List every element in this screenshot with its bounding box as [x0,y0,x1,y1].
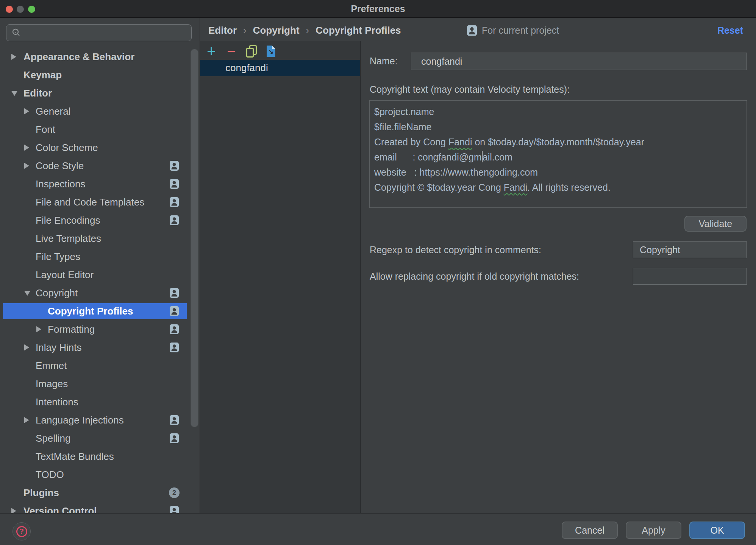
sidebar-item-todo[interactable]: TODO [0,466,200,484]
sidebar-item-label: File Encodings [36,211,100,229]
sidebar-item-label: Live Templates [36,229,101,248]
chevron-right-icon[interactable] [24,108,29,114]
per-project-settings-icon [170,433,179,444]
settings-tree: Appearance & BehaviorKeymapEditorGeneral… [0,48,200,513]
sidebar-item-images[interactable]: Images [0,375,200,393]
svg-text:↘: ↘ [268,48,273,56]
sidebar-item-label: General [36,102,71,120]
preferences-window: Preferences Appearance & BehaviorKeymapE… [0,0,756,545]
sidebar-item-keymap[interactable]: Keymap [0,66,200,84]
chevron-right-icon[interactable] [36,326,41,332]
sidebar-item-language-injections[interactable]: Language Injections [0,411,200,429]
chevron-right-icon[interactable] [24,163,29,169]
sidebar-item-textmate-bundles[interactable]: TextMate Bundles [0,447,200,466]
sidebar-item-label: Layout Editor [36,266,94,284]
sidebar-item-label: TODO [36,466,64,484]
profile-list-item[interactable]: congfandi [200,60,360,76]
apply-button[interactable]: Apply [626,522,681,539]
sidebar-item-inlay-hints[interactable]: Inlay Hints [0,338,200,357]
count-badge: 2 [169,487,180,498]
sidebar-item-plugins[interactable]: Plugins2 [0,484,200,502]
remove-profile-button[interactable]: − [225,44,237,59]
sidebar-item-copyright[interactable]: Copyright [0,284,200,302]
copyright-text-editor[interactable]: $project.name$file.fileNameCreated by Co… [369,100,747,208]
chevron-down-icon[interactable] [24,291,30,296]
sidebar-item-layout-editor[interactable]: Layout Editor [0,266,200,284]
chevron-right-icon[interactable] [24,344,29,350]
sidebar-item-editor[interactable]: Editor [0,84,200,102]
sidebar-item-copyright-profiles[interactable]: Copyright Profiles [0,302,200,320]
sidebar-item-appearance-behavior[interactable]: Appearance & Behavior [0,48,200,66]
sidebar-item-file-encodings[interactable]: File Encodings [0,211,200,229]
sidebar-item-version-control[interactable]: Version Control [0,502,200,513]
import-icon: ↘ [266,45,276,58]
chevron-right-icon[interactable] [11,54,16,60]
help-icon: ? [16,526,27,537]
per-project-settings-icon [170,197,179,207]
profiles-toolbar: + − ↘ [205,42,277,60]
sidebar-item-live-templates[interactable]: Live Templates [0,229,200,248]
breadcrumb-item-editor[interactable]: Editor [208,25,237,36]
chevron-right-icon[interactable] [11,508,16,513]
sidebar-item-label: Emmet [36,357,67,375]
sidebar-item-label: Plugins [23,484,59,502]
sidebar-item-label: Editor [23,84,52,102]
sidebar-item-file-types[interactable]: File Types [0,248,200,266]
regexp-input[interactable]: Copyright [633,241,747,258]
sidebar-item-label: File and Code Templates [36,193,144,211]
sidebar-item-label: Inspections [36,175,86,193]
add-profile-button[interactable]: + [205,44,217,59]
cancel-button[interactable]: Cancel [562,522,618,539]
copyright-text-line: $file.fileName [374,119,747,134]
sidebar-item-general[interactable]: General [0,102,200,120]
sidebar-item-label: Code Style [36,157,84,175]
settings-sidebar: Appearance & BehaviorKeymapEditorGeneral… [0,18,200,513]
sidebar-item-label: Appearance & Behavior [23,48,134,66]
sidebar-item-color-scheme[interactable]: Color Scheme [0,139,200,157]
settings-search-field[interactable] [6,24,192,41]
misspelled-word: Fandi [448,137,472,147]
copyright-text-label: Copyright text (may contain Velocity tem… [370,84,570,95]
sidebar-item-file-and-code-templates[interactable]: File and Code Templates [0,193,200,211]
sidebar-item-label: Language Injections [36,411,124,429]
ok-button[interactable]: OK [689,522,745,539]
import-profile-button[interactable]: ↘ [265,44,277,59]
sidebar-item-label: Copyright Profiles [48,302,133,320]
per-project-settings-icon [170,161,179,171]
sidebar-item-label: Keymap [23,66,62,84]
profile-name-input[interactable]: congfandi [411,53,747,70]
sidebar-item-spelling[interactable]: Spelling [0,429,200,447]
chevron-right-icon[interactable] [24,145,29,151]
sidebar-item-label: TextMate Bundles [36,447,114,466]
per-project-settings-icon [170,215,179,226]
sidebar-item-label: Spelling [36,429,71,447]
user-icon [467,25,477,36]
sidebar-item-label: Images [36,375,68,393]
breadcrumb-separator: › [243,25,247,36]
duplicate-profile-button[interactable] [245,45,257,57]
name-label: Name: [370,53,398,70]
sidebar-item-label: Inlay Hints [36,338,81,357]
sidebar-item-font[interactable]: Font [0,120,200,139]
sidebar-item-emmet[interactable]: Emmet [0,357,200,375]
sidebar-item-inspections[interactable]: Inspections [0,175,200,193]
help-button[interactable]: ? [12,522,31,540]
sidebar-item-intentions[interactable]: Intentions [0,393,200,411]
allow-replacing-input[interactable] [633,268,747,285]
reset-link[interactable]: Reset [717,23,743,38]
per-project-settings-icon [170,506,179,514]
breadcrumb: Editor›Copyright›Copyright Profiles [208,23,401,38]
sidebar-item-label: Copyright [36,284,78,302]
sidebar-scrollbar-thumb[interactable] [191,49,198,427]
per-project-settings-icon [170,288,179,298]
chevron-down-icon[interactable] [11,91,17,96]
breadcrumb-separator: › [306,25,309,36]
scope-indicator: For current project [467,23,559,38]
sidebar-item-formatting[interactable]: Formatting [0,320,200,338]
sidebar-item-code-style[interactable]: Code Style [0,157,200,175]
breadcrumb-item-copyright[interactable]: Copyright [253,25,300,36]
copyright-text-line: Copyright © $today.year Cong Fandi. All … [374,180,747,195]
chevron-right-icon[interactable] [24,417,29,423]
sidebar-item-label: Color Scheme [36,139,98,157]
validate-button[interactable]: Validate [684,216,747,232]
